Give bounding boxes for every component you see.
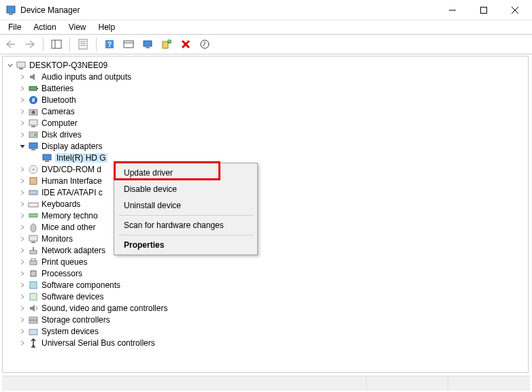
chevron-right-icon[interactable]: [18, 292, 27, 301]
chevron-right-icon[interactable]: [18, 199, 27, 209]
tree-category[interactable]: Memory techno: [4, 210, 527, 221]
tree-category-label: Software components: [41, 280, 120, 290]
category-icon: [28, 233, 39, 244]
tree-category[interactable]: Processors: [4, 267, 527, 279]
maximize-button[interactable]: [468, 0, 499, 20]
chevron-right-icon[interactable]: [18, 130, 27, 140]
tree-category[interactable]: Software components: [4, 279, 527, 291]
tree-category[interactable]: IDE ATA/ATAPI c: [4, 186, 527, 198]
tree-device-label: Intel(R) HD G: [55, 153, 107, 163]
svg-rect-45: [31, 242, 35, 243]
tree-root[interactable]: DESKTOP-Q3NEE09: [4, 59, 527, 71]
menu-view[interactable]: View: [63, 21, 92, 33]
forward-button[interactable]: [22, 36, 38, 52]
chevron-right-icon[interactable]: [18, 188, 27, 197]
chevron-right-icon[interactable]: [18, 234, 27, 244]
help-button[interactable]: ?: [101, 36, 118, 52]
svg-rect-50: [31, 271, 36, 276]
chevron-right-icon[interactable]: [18, 118, 27, 128]
category-icon: [28, 303, 39, 314]
ctx-scan-hardware[interactable]: Scan for hardware changes: [116, 217, 256, 233]
tree-category[interactable]: Disk drives: [4, 129, 527, 140]
tree-category[interactable]: Software devices: [4, 291, 527, 302]
chevron-right-icon[interactable]: [18, 315, 27, 325]
chevron-right-icon[interactable]: [18, 269, 27, 278]
add-legacy-button[interactable]: +: [159, 36, 175, 52]
scan-hardware-button[interactable]: [139, 36, 156, 52]
properties-button[interactable]: [75, 36, 91, 52]
uninstall-button[interactable]: [178, 36, 194, 52]
status-cell: [367, 376, 448, 391]
tree-category[interactable]: Human Interface: [4, 175, 527, 186]
chevron-right-icon[interactable]: [18, 257, 27, 267]
svg-rect-54: [29, 321, 37, 323]
tree-category[interactable]: Mice and other: [4, 221, 527, 233]
tree-category-label: Processors: [41, 269, 82, 278]
tree-category-label: Batteries: [41, 84, 73, 93]
svg-point-32: [34, 133, 37, 136]
tree-category-label: Monitors: [41, 234, 73, 244]
chevron-right-icon[interactable]: [18, 165, 27, 174]
tree-category[interactable]: Monitors: [4, 233, 527, 244]
svg-text:?: ?: [107, 41, 112, 48]
close-button[interactable]: [499, 0, 531, 20]
tree-category[interactable]: Storage controllers: [4, 314, 527, 325]
update-driver-button[interactable]: [197, 36, 213, 52]
svg-text:+: +: [168, 39, 171, 44]
show-hide-tree-button[interactable]: [48, 36, 65, 52]
svg-rect-36: [45, 161, 49, 162]
view-devices-button[interactable]: [120, 36, 137, 52]
tree-device-selected[interactable]: Intel(R) HD G: [4, 152, 527, 163]
category-icon: [28, 83, 39, 94]
chevron-right-icon[interactable]: [18, 246, 27, 255]
menu-action[interactable]: Action: [28, 21, 61, 33]
tree-category[interactable]: Batteries: [4, 82, 527, 94]
ctx-disable-device[interactable]: Disable device: [116, 181, 256, 197]
chevron-right-icon[interactable]: [18, 107, 27, 116]
status-cell: [448, 376, 530, 391]
chevron-right-icon[interactable]: [18, 280, 27, 290]
chevron-right-icon[interactable]: [18, 84, 27, 93]
window-controls: [437, 0, 531, 20]
tree-category[interactable]: Cameras: [4, 105, 527, 117]
ctx-uninstall-device[interactable]: Uninstall device: [116, 197, 256, 214]
tree-category[interactable]: Universal Serial Bus controllers: [4, 337, 527, 348]
tree-category-label: Universal Serial Bus controllers: [41, 338, 155, 348]
category-icon: [28, 141, 39, 152]
tree-category-label: Mice and other: [41, 223, 95, 232]
svg-rect-46: [30, 250, 37, 254]
ctx-properties[interactable]: Properties: [116, 237, 256, 253]
tree-category[interactable]: Computer: [4, 117, 527, 129]
tree-category[interactable]: Display adapters: [4, 140, 527, 152]
svg-rect-35: [43, 154, 51, 160]
chevron-right-icon[interactable]: [18, 338, 27, 348]
tree-category[interactable]: Bluetooth: [4, 94, 527, 105]
device-tree[interactable]: DESKTOP-Q3NEE09 Audio inputs and outputs…: [3, 56, 528, 351]
minimize-button[interactable]: [437, 0, 468, 20]
tree-category[interactable]: DVD/CD-ROM d: [4, 163, 527, 175]
chevron-right-icon[interactable]: [18, 304, 27, 313]
svg-rect-39: [30, 178, 37, 184]
menu-help[interactable]: Help: [93, 21, 121, 33]
chevron-right-icon[interactable]: [18, 176, 27, 186]
chevron-right-icon[interactable]: [18, 95, 27, 105]
chevron-right-icon[interactable]: [18, 211, 27, 220]
tree-category[interactable]: Audio inputs and outputs: [4, 71, 527, 82]
tree-category[interactable]: Sound, video and game controllers: [4, 302, 527, 314]
tree-category[interactable]: Network adapters: [4, 244, 527, 256]
svg-rect-0: [7, 6, 15, 13]
tree-category[interactable]: Print queues: [4, 256, 527, 267]
chevron-right-icon[interactable]: [18, 327, 27, 336]
statusbar: [2, 376, 530, 391]
menu-file[interactable]: File: [3, 21, 27, 33]
tree-category[interactable]: System devices: [4, 325, 527, 337]
category-icon: [28, 280, 39, 291]
svg-rect-24: [29, 86, 37, 91]
chevron-down-icon[interactable]: [5, 61, 15, 70]
chevron-right-icon[interactable]: [18, 223, 27, 232]
chevron-right-icon[interactable]: [18, 72, 27, 82]
tree-category[interactable]: Keyboards: [4, 198, 527, 210]
chevron-down-icon[interactable]: [18, 142, 27, 151]
back-button[interactable]: [3, 36, 19, 52]
ctx-update-driver[interactable]: Update driver: [116, 165, 256, 181]
